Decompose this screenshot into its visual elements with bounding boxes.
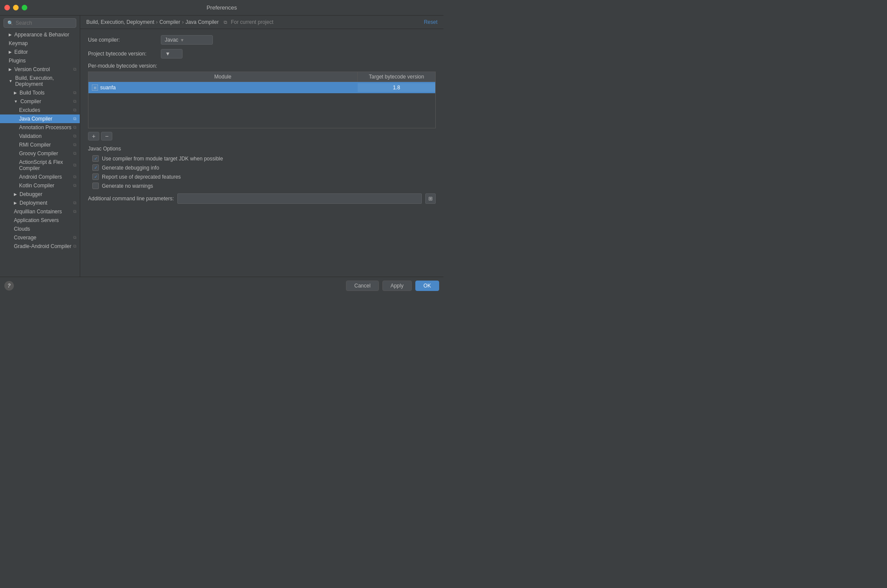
cmdline-input[interactable] [177,193,422,204]
sidebar-item-validation[interactable]: Validation ⧉ [0,132,80,140]
arrow-icon: ▶ [14,201,17,205]
close-button[interactable] [4,5,10,10]
copy-icon: ⧉ [73,134,76,139]
sidebar-item-plugins[interactable]: Plugins [0,56,80,65]
checkbox-generate-no-warnings[interactable] [92,183,99,189]
sidebar-item-label: Validation [19,133,42,139]
sidebar-item-coverage[interactable]: Coverage ⧉ [0,233,80,242]
sidebar-item-rmi-compiler[interactable]: RMI Compiler ⧉ [0,140,80,149]
col-target: Target bytecode version [357,72,435,82]
copy-icon: ⧉ [73,174,76,180]
module-table: Module Target bytecode version ▣ suanfa … [88,72,436,128]
module-icon: ▣ [92,85,98,91]
reset-button[interactable]: Reset [424,19,437,25]
checkbox-label-use-compiler-module: Use compiler from module target JDK when… [102,156,223,162]
sidebar-item-label: Application Servers [14,217,59,223]
remove-row-button[interactable]: − [101,132,112,140]
sidebar-item-appearance-behavior[interactable]: ▶ Appearance & Behavior [0,30,80,39]
checkbox-label-report-deprecated: Report use of deprecated features [102,174,181,180]
breadcrumb-part-2[interactable]: Compiler [160,19,180,25]
sidebar-item-label: Editor [14,49,28,55]
sidebar-item-annotation-processors[interactable]: Annotation Processors ⧉ [0,123,80,132]
copy-icon: ⧉ [73,90,76,95]
checkbox-label-generate-debugging: Generate debugging info [102,165,159,171]
sidebar-item-arquillian-containers[interactable]: Arquillian Containers ⧉ [0,207,80,216]
title-bar: Preferences [0,0,444,16]
breadcrumb: Build, Execution, Deployment › Compiler … [86,19,274,25]
ok-button[interactable]: OK [415,281,439,291]
arrow-icon: ▼ [9,79,13,83]
sidebar-item-label: Deployment [20,200,47,206]
help-button[interactable]: ? [4,281,14,291]
add-row-button[interactable]: + [88,132,99,140]
apply-button[interactable]: Apply [382,281,412,291]
sidebar-item-compiler[interactable]: ▼ Compiler ⧉ [0,97,80,106]
content-scroll: Use compiler: Javac ▼ Project bytecode v… [80,29,444,277]
sidebar-item-java-compiler[interactable]: Java Compiler ⧉ [0,114,80,123]
bottom-bar-buttons: Cancel Apply OK [346,281,439,291]
per-module-label: Per-module bytecode version: [88,63,436,69]
checkbox-report-deprecated[interactable]: ✓ [92,173,99,180]
breadcrumb-part-3: Java Compiler [186,19,219,25]
sidebar-item-label: Keymap [9,40,28,46]
window-controls [4,5,27,10]
checkbox-label-generate-no-warnings: Generate no warnings [102,183,153,189]
sidebar-item-debugger[interactable]: ▶ Debugger [0,190,80,199]
project-bytecode-label: Project bytecode version: [88,51,157,57]
use-compiler-dropdown[interactable]: Javac ▼ [161,35,213,45]
dropdown-arrow-icon: ▼ [165,51,170,57]
copy-icon: ⧉ [73,125,76,130]
target-cell: 1.8 [357,83,435,92]
sidebar-item-label: Annotation Processors [19,124,72,131]
copy-icon: ⧉ [73,200,76,206]
checkbox-generate-debugging[interactable]: ✓ [92,164,99,171]
sidebar-item-build-tools[interactable]: ▶ Build Tools ⧉ [0,88,80,97]
arrow-icon: ▶ [9,50,12,54]
checkbox-use-compiler-module[interactable]: ✓ [92,155,99,162]
search-input[interactable] [16,20,72,26]
sidebar-item-gradle-android-compiler[interactable]: Gradle-Android Compiler ⧉ [0,242,80,251]
cmdline-row: Additional command line parameters: ⊞ [88,193,436,204]
sidebar-item-label: Build, Execution, Deployment [15,75,76,87]
sidebar-item-label: Kotlin Compiler [19,183,54,189]
arrow-icon: ▼ [14,99,18,104]
table-header: Module Target bytecode version [88,72,435,82]
sidebar-item-actionscript-flex-compiler[interactable]: ActionScript & Flex Compiler ⧉ [0,158,80,173]
compiler-value: Javac [165,37,178,43]
sidebar-item-kotlin-compiler[interactable]: Kotlin Compiler ⧉ [0,181,80,190]
search-box[interactable]: 🔍 [3,18,76,28]
sidebar-item-label: Debugger [20,191,42,197]
sidebar-item-build-execution-deployment[interactable]: ▼ Build, Execution, Deployment [0,74,80,88]
sidebar-item-clouds[interactable]: Clouds [0,225,80,233]
cmdline-expand-button[interactable]: ⊞ [425,193,436,204]
table-row[interactable]: ▣ suanfa 1.8 [88,82,435,93]
use-compiler-row: Use compiler: Javac ▼ [88,35,436,45]
module-cell: ▣ suanfa [88,83,357,92]
content-area: Build, Execution, Deployment › Compiler … [80,16,444,277]
copy-icon: ⧉ [73,99,76,104]
sidebar-item-deployment[interactable]: ▶ Deployment ⧉ [0,199,80,207]
project-bytecode-dropdown[interactable]: ▼ [161,49,183,59]
bottom-bar: ? Cancel Apply OK [0,277,444,294]
sidebar-item-keymap[interactable]: Keymap [0,39,80,48]
copy-icon: ⧉ [73,67,76,72]
sidebar-item-groovy-compiler[interactable]: Groovy Compiler ⧉ [0,149,80,158]
copy-icon: ⧉ [73,244,76,249]
sidebar-item-label: RMI Compiler [19,142,51,148]
sidebar-item-version-control[interactable]: ▶ Version Control ⧉ [0,65,80,74]
cancel-button[interactable]: Cancel [346,281,378,291]
maximize-button[interactable] [22,5,27,10]
breadcrumb-part-1[interactable]: Build, Execution, Deployment [86,19,154,25]
sidebar-item-label: Appearance & Behavior [14,32,69,38]
checkbox-row-generate-no-warnings: Generate no warnings [92,183,436,189]
copy-icon: ⧉ [73,209,76,214]
sidebar-item-label: Excludes [19,107,40,113]
sidebar-item-excludes[interactable]: Excludes ⧉ [0,106,80,114]
module-name: suanfa [100,85,116,91]
minimize-button[interactable] [13,5,19,10]
sidebar-item-editor[interactable]: ▶ Editor [0,48,80,56]
sidebar-item-label: Gradle-Android Compiler [14,243,72,249]
sidebar-item-android-compilers[interactable]: Android Compilers ⧉ [0,173,80,181]
sidebar-item-application-servers[interactable]: Application Servers [0,216,80,225]
arrow-icon: ▶ [14,192,17,196]
